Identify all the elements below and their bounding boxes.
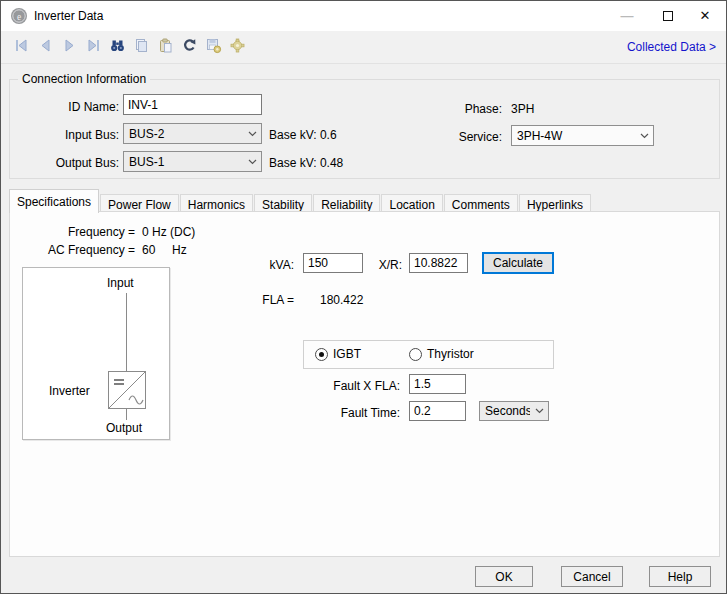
radio-thyristor-label: Thyristor (427, 347, 474, 361)
radio-icon (315, 348, 328, 361)
nav-previous-icon (37, 37, 54, 57)
nav-last-button[interactable] (81, 35, 105, 59)
nav-next-button[interactable] (57, 35, 81, 59)
cancel-button[interactable]: Cancel (561, 566, 623, 587)
nav-first-icon (13, 37, 30, 57)
copy-icon (133, 37, 150, 57)
fla-value: 180.422 (320, 293, 363, 307)
specifications-panel: Frequency = 0 Hz (DC) AC Frequency = 60 … (9, 211, 720, 557)
input-bus-value: BUS-2 (129, 127, 243, 141)
binoculars-icon (109, 37, 126, 57)
title-bar: e Inverter Data — ✕ (1, 1, 726, 31)
find-button[interactable] (105, 35, 129, 59)
inverter-data-dialog: e Inverter Data — ✕ (0, 0, 727, 594)
fault-x-fla-label: Fault X FLA: (310, 379, 400, 393)
footer-bar: OK Cancel Help (1, 557, 726, 594)
inverter-diagram: Input Inverter Output (22, 267, 170, 440)
paste-button[interactable] (153, 35, 177, 59)
service-label: Service: (422, 130, 502, 144)
chevron-down-icon (530, 408, 548, 414)
diagram-input-label: Input (107, 276, 134, 290)
ac-frequency-unit: Hz (172, 243, 187, 257)
output-base-kv: Base kV: 0.48 (269, 156, 343, 170)
svg-text:e: e (17, 12, 21, 22)
copy-button[interactable] (129, 35, 153, 59)
etap-logo-icon: e (10, 7, 28, 25)
tab-specifications[interactable]: Specifications (9, 189, 99, 213)
fault-time-unit-select[interactable]: Seconds (479, 401, 549, 421)
gear-icon (229, 37, 246, 57)
service-value: 3PH-4W (517, 129, 635, 143)
refresh-icon (181, 37, 198, 57)
service-select[interactable]: 3PH-4W (511, 125, 654, 146)
maximize-button[interactable] (651, 1, 685, 30)
ok-button[interactable]: OK (475, 566, 533, 587)
id-name-input[interactable] (123, 94, 262, 115)
connection-group-label: Connection Information (18, 72, 150, 86)
input-base-kv: Base kV: 0.6 (269, 128, 337, 142)
fault-time-input[interactable] (409, 401, 466, 421)
nav-last-icon (85, 37, 102, 57)
chevron-down-icon (243, 159, 261, 165)
output-bus-label: Output Bus: (29, 156, 119, 170)
radio-igbt-label: IGBT (333, 347, 361, 361)
fault-time-unit-value: Seconds (485, 404, 530, 418)
nav-first-button[interactable] (9, 35, 33, 59)
frequency-label: Frequency = (20, 225, 135, 239)
xr-input[interactable] (409, 253, 468, 273)
nav-previous-button[interactable] (33, 35, 57, 59)
help-button[interactable]: Help (649, 566, 711, 587)
ac-frequency-value: 60 (142, 243, 155, 257)
input-bus-label: Input Bus: (29, 128, 119, 142)
maximize-icon (663, 11, 673, 21)
chevron-down-icon (243, 131, 261, 137)
output-bus-select[interactable]: BUS-1 (123, 151, 262, 172)
diagram-inverter-label: Inverter (49, 384, 90, 398)
toolbar: Collected Data > (1, 31, 726, 64)
inverter-symbol-icon (108, 371, 146, 412)
refresh-button[interactable] (177, 35, 201, 59)
tab-strip: Specifications Power Flow Harmonics Stab… (9, 189, 592, 213)
save-settings-button[interactable] (201, 35, 225, 59)
fault-x-fla-input[interactable] (409, 374, 466, 394)
kva-label: kVA: (232, 258, 294, 272)
kva-input[interactable] (303, 253, 363, 273)
id-name-label: ID Name: (29, 100, 119, 114)
xr-label: X/R: (362, 258, 402, 272)
diagram-output-line (126, 409, 127, 420)
diagram-input-line (126, 293, 127, 371)
calculate-button[interactable]: Calculate (482, 252, 554, 274)
settings-button[interactable] (225, 35, 249, 59)
paste-icon (157, 37, 174, 57)
radio-icon (409, 348, 422, 361)
radio-thyristor[interactable]: Thyristor (409, 347, 474, 361)
save-gear-icon (205, 37, 222, 57)
close-button[interactable]: ✕ (688, 1, 722, 30)
output-bus-value: BUS-1 (129, 155, 243, 169)
fault-time-label: Fault Time: (310, 406, 400, 420)
chevron-down-icon (635, 133, 653, 139)
minimize-button: — (610, 1, 644, 30)
window-title: Inverter Data (34, 9, 103, 23)
nav-next-icon (61, 37, 78, 57)
radio-igbt[interactable]: IGBT (315, 347, 361, 361)
fla-label: FLA = (232, 293, 294, 307)
phase-value: 3PH (511, 102, 534, 116)
diagram-output-label: Output (106, 421, 142, 435)
phase-label: Phase: (422, 102, 502, 116)
ac-frequency-label: AC Frequency = (20, 243, 135, 257)
input-bus-select[interactable]: BUS-2 (123, 123, 262, 144)
collected-data-link[interactable]: Collected Data > (627, 40, 716, 54)
frequency-value: 0 Hz (DC) (142, 225, 195, 239)
